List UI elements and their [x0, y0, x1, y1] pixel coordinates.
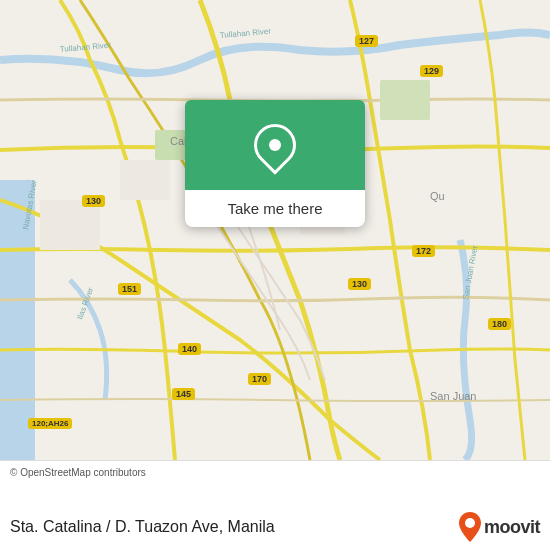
road-badge-127: 127: [355, 35, 378, 47]
map-container: Cal Qu San Juan Tullahan River Tullahan …: [0, 0, 550, 460]
location-popup: Take me there: [185, 100, 365, 227]
svg-point-15: [465, 518, 475, 528]
popup-tail: [265, 190, 285, 200]
location-pin-icon: [245, 115, 304, 174]
bottom-row: Sta. Catalina / D. Tuazon Ave, Manila mo…: [10, 512, 540, 542]
road-badge-130b: 130: [348, 278, 371, 290]
bottom-bar: © OpenStreetMap contributors Sta. Catali…: [0, 460, 550, 550]
osm-credit: © OpenStreetMap contributors: [10, 467, 540, 478]
moovit-pin-icon: [459, 512, 481, 542]
road-badge-170: 170: [248, 373, 271, 385]
road-badge-ah26: 120;AH26: [28, 418, 72, 429]
svg-rect-3: [380, 80, 430, 120]
road-badge-145: 145: [172, 388, 195, 400]
moovit-text: moovit: [484, 517, 540, 538]
road-badge-151: 151: [118, 283, 141, 295]
svg-text:San Juan: San Juan: [430, 390, 476, 402]
moovit-logo: moovit: [459, 512, 540, 542]
road-badge-130a: 130: [82, 195, 105, 207]
map-background: Cal Qu San Juan Tullahan River Tullahan …: [0, 0, 550, 460]
svg-rect-4: [40, 200, 100, 250]
road-badge-180: 180: [488, 318, 511, 330]
road-badge-129: 129: [420, 65, 443, 77]
svg-text:Qu: Qu: [430, 190, 445, 202]
location-title: Sta. Catalina / D. Tuazon Ave, Manila: [10, 518, 459, 536]
svg-rect-5: [120, 160, 170, 200]
road-badge-140: 140: [178, 343, 201, 355]
popup-icon-area: [185, 100, 365, 190]
road-badge-172: 172: [412, 245, 435, 257]
